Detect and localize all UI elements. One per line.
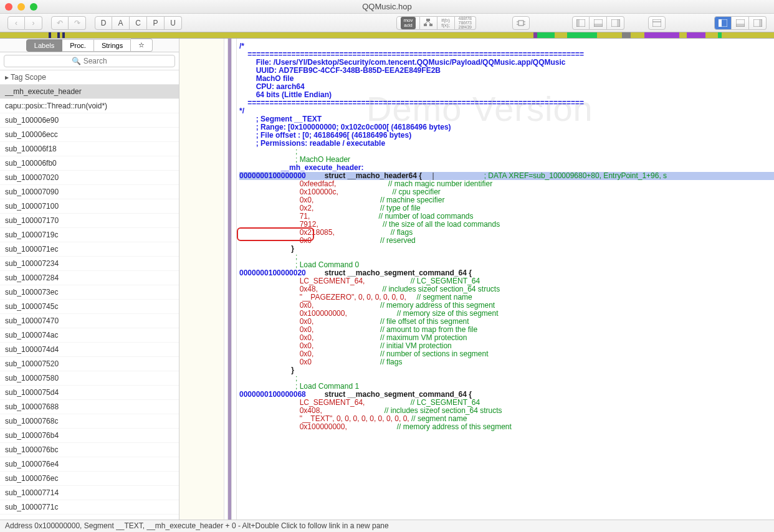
label-item[interactable]: sub_100007020	[0, 171, 179, 185]
minimap-segment[interactable]	[51, 32, 57, 38]
label-item[interactable]: capu::posix::Thread::run(void*)	[0, 99, 179, 113]
minimap-segment[interactable]	[622, 32, 631, 38]
minimap-segment[interactable]	[537, 32, 555, 38]
gutter	[179, 39, 237, 520]
svg-rect-11	[576, 19, 580, 27]
pseudo-mode-button[interactable]: if(b)f(x);	[437, 16, 455, 30]
label-item[interactable]: sub_100006f18	[0, 142, 179, 156]
sidebar: LabelsProc.Strings☆ ▸ Tag Scope __mh_exe…	[0, 39, 179, 520]
mode-C-button[interactable]: C	[130, 16, 147, 30]
layout-right-button[interactable]	[607, 16, 624, 30]
tag-scope-disclosure[interactable]: ▸ Tag Scope	[0, 70, 179, 85]
asm-mode-button[interactable]: mov add	[396, 16, 419, 30]
minimap-segment[interactable]	[555, 32, 567, 38]
label-item[interactable]: sub_100007470	[0, 314, 179, 328]
minimap-segment[interactable]	[65, 32, 533, 38]
label-item[interactable]: sub_100007234	[0, 257, 179, 271]
sidebar-tabs: LabelsProc.Strings☆	[0, 39, 179, 52]
code-area[interactable]: /* =====================================…	[237, 39, 774, 520]
label-item[interactable]: sub_10000768c	[0, 414, 179, 429]
title-bar: QQMusic.hop	[0, 0, 774, 14]
mode-U-button[interactable]: U	[165, 16, 182, 30]
label-item[interactable]: sub_10000719c	[0, 228, 179, 242]
minimap-segment[interactable]	[644, 32, 679, 38]
sidebar-tab-proc[interactable]: Proc.	[62, 39, 94, 52]
svg-rect-16	[652, 19, 661, 27]
minimize-icon[interactable]	[17, 3, 25, 11]
back-button[interactable]: ‹	[7, 16, 25, 30]
label-item[interactable]: sub_1000075d4	[0, 386, 179, 400]
status-bar: Address 0x100000000, Segment __TEXT, __m…	[0, 520, 774, 532]
forward-button[interactable]: ›	[25, 16, 42, 30]
disassembly-view[interactable]: Demo Version /* ========================…	[179, 39, 774, 520]
label-item[interactable]: sub_100007090	[0, 185, 179, 199]
sidebar-bottom-toggle-button[interactable]	[732, 16, 749, 30]
close-icon[interactable]	[5, 3, 12, 11]
svg-rect-19	[719, 19, 722, 27]
search-input[interactable]	[4, 55, 175, 67]
maximize-icon[interactable]	[30, 3, 37, 11]
mode-D-button[interactable]: D	[95, 16, 112, 30]
svg-line-4	[428, 21, 431, 24]
minimap-segment[interactable]	[597, 32, 622, 38]
minimap-segment[interactable]	[687, 32, 705, 38]
hex-mode-button[interactable]: 488f78786f7328f439	[455, 16, 476, 30]
label-item[interactable]: sub_100007100	[0, 199, 179, 214]
svg-rect-15	[617, 19, 620, 27]
layout-left-button[interactable]	[572, 16, 590, 30]
svg-rect-21	[736, 24, 745, 27]
svg-rect-1	[424, 24, 427, 26]
window-title: QQMusic.hop	[362, 2, 411, 11]
label-item[interactable]: sub_100007688	[0, 400, 179, 414]
label-item[interactable]: sub_1000074d4	[0, 343, 179, 357]
label-item[interactable]: sub_1000076ec	[0, 472, 179, 486]
label-item[interactable]: sub_100007170	[0, 214, 179, 228]
label-item[interactable]: sub_100006e90	[0, 113, 179, 128]
navigation-minimap[interactable]	[0, 32, 774, 39]
label-item[interactable]: sub_1000071ec	[0, 242, 179, 257]
svg-rect-13	[594, 24, 603, 27]
label-item[interactable]: sub_100007284	[0, 271, 179, 285]
label-item[interactable]: sub_1000074ac	[0, 328, 179, 343]
label-item[interactable]: sub_1000076e4	[0, 457, 179, 472]
sidebar-tab-labels[interactable]: Labels	[26, 39, 62, 52]
label-item[interactable]: sub_10000745c	[0, 300, 179, 314]
cfg-mode-button[interactable]	[420, 16, 437, 30]
svg-rect-0	[426, 19, 430, 21]
label-item[interactable]: sub_10000771c	[0, 500, 179, 515]
minimap-segment[interactable]	[631, 32, 644, 38]
label-item[interactable]: sub_1000073ec	[0, 285, 179, 300]
label-item[interactable]: sub_100007714	[0, 486, 179, 500]
label-item[interactable]: sub_1000076b4	[0, 429, 179, 443]
minimap-segment[interactable]	[567, 32, 597, 38]
toolbar: ‹ › ↶ ↷ DACPU mov add if(b)f(x); 488f787…	[0, 14, 774, 32]
label-item[interactable]: sub_100006ecc	[0, 128, 179, 142]
minimap-segment[interactable]	[705, 32, 718, 38]
panel-button[interactable]	[648, 16, 666, 30]
sidebar-left-toggle-button[interactable]	[714, 16, 732, 30]
redo-button[interactable]: ↷	[69, 16, 86, 30]
svg-rect-5	[518, 21, 523, 26]
label-item[interactable]: sub_100006fb0	[0, 156, 179, 171]
main-area: LabelsProc.Strings☆ ▸ Tag Scope __mh_exe…	[0, 39, 774, 520]
label-item[interactable]: sub_100007520	[0, 357, 179, 371]
svg-line-3	[425, 21, 428, 24]
label-item[interactable]: sub_100007580	[0, 371, 179, 386]
minimap-segment[interactable]	[0, 32, 49, 38]
undo-button[interactable]: ↶	[51, 16, 69, 30]
labels-list[interactable]: __mh_execute_headercapu::posix::Thread::…	[0, 85, 179, 520]
sidebar-right-toggle-button[interactable]	[749, 16, 767, 30]
label-item[interactable]: sub_1000076bc	[0, 443, 179, 457]
svg-rect-2	[429, 24, 432, 26]
traffic-lights	[5, 3, 37, 11]
mode-P-button[interactable]: P	[147, 16, 165, 30]
label-item[interactable]: __mh_execute_header	[0, 85, 179, 99]
mode-A-button[interactable]: A	[112, 16, 130, 30]
svg-rect-23	[759, 19, 762, 27]
sidebar-tab-strings[interactable]: Strings	[94, 39, 131, 52]
chip-icon[interactable]	[512, 16, 530, 30]
minimap-segment[interactable]	[722, 32, 774, 38]
sidebar-tab-☆[interactable]: ☆	[131, 39, 153, 52]
layout-bottom-button[interactable]	[590, 16, 607, 30]
minimap-segment[interactable]	[679, 32, 687, 38]
